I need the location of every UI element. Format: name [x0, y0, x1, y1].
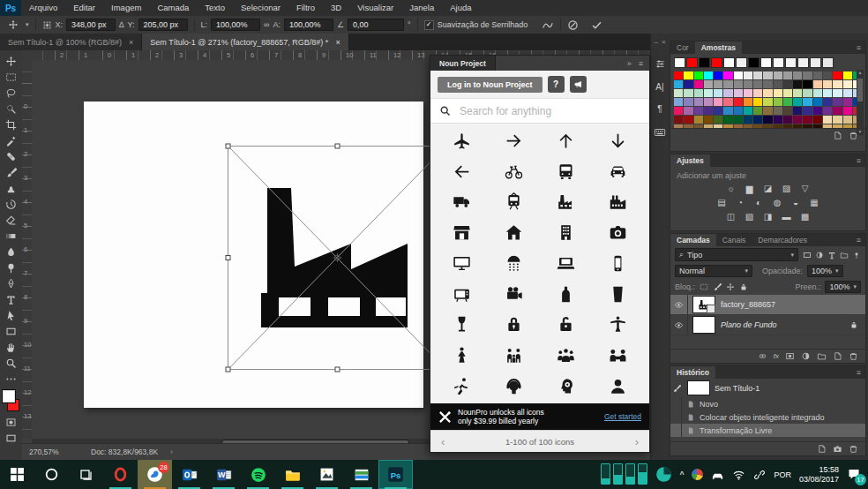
color-swatch[interactable]	[793, 98, 802, 106]
color-swatch[interactable]	[823, 80, 832, 88]
color-swatch[interactable]	[674, 98, 683, 106]
color-swatch[interactable]	[674, 71, 683, 79]
current-tool-icon[interactable]	[4, 17, 22, 33]
color-swatch[interactable]	[674, 124, 683, 128]
antialias-checkbox[interactable]: ✓	[424, 20, 434, 30]
noun-icon-unlock[interactable]	[540, 310, 592, 340]
tab-camadas[interactable]: Camadas	[670, 234, 716, 246]
noun-icon-arrow-left[interactable]	[436, 156, 488, 186]
color-swatch[interactable]	[803, 107, 812, 115]
color-swatch[interactable]	[823, 98, 832, 106]
link-layers-button[interactable]	[758, 351, 767, 361]
taskbar-start[interactable]	[0, 460, 34, 489]
color-swatch[interactable]	[684, 89, 692, 97]
taskbar-photos[interactable]	[310, 460, 344, 489]
tool-eraser[interactable]	[2, 212, 20, 228]
recent-swatch[interactable]	[785, 57, 797, 68]
tool-zoom-tool[interactable]	[2, 355, 20, 371]
color-swatch[interactable]	[783, 80, 792, 88]
color-swatch[interactable]	[734, 124, 743, 128]
color-swatch[interactable]	[684, 80, 692, 88]
layer-filter-select[interactable]: ⌕ Tipo ▾	[675, 248, 798, 261]
tray-expand-icon[interactable]: ^	[680, 470, 685, 480]
color-swatch[interactable]	[763, 107, 772, 115]
tool-marquee[interactable]	[2, 69, 20, 85]
help-button[interactable]: ?	[548, 76, 565, 93]
color-swatch[interactable]	[704, 107, 713, 115]
tool-dodge[interactable]	[2, 260, 20, 275]
color-swatch[interactable]	[734, 71, 743, 79]
adjustment-invert-icon[interactable]: ◫	[724, 211, 738, 222]
color-swatch[interactable]	[793, 124, 802, 128]
noun-icon-tram[interactable]	[488, 187, 540, 217]
color-swatch[interactable]	[723, 71, 732, 79]
noun-icon-laptop[interactable]	[540, 248, 592, 278]
tool-blur[interactable]	[2, 244, 20, 260]
noun-icon-truck[interactable]	[436, 187, 488, 217]
tool-crop[interactable]	[2, 117, 20, 132]
noun-icon-monitor[interactable]	[436, 248, 488, 278]
tray-car-icon[interactable]	[711, 468, 724, 481]
color-swatch[interactable]	[774, 107, 782, 115]
fill-input[interactable]: 100%▾	[825, 281, 861, 293]
foreground-color-swatch[interactable]	[3, 390, 15, 402]
recent-swatch[interactable]	[760, 57, 772, 68]
color-swatch[interactable]	[833, 107, 842, 115]
color-swatch[interactable]	[753, 116, 762, 124]
layer-visibility-toggle[interactable]	[670, 295, 688, 314]
color-swatch[interactable]	[833, 124, 842, 128]
color-swatch[interactable]	[823, 89, 832, 97]
taskbar-pictures[interactable]	[344, 460, 378, 489]
noun-icon-smartphone[interactable]	[592, 248, 644, 278]
color-swatch[interactable]	[763, 71, 772, 79]
noun-icon-headphones[interactable]	[488, 372, 540, 402]
noun-icon-factory[interactable]	[540, 187, 592, 217]
color-swatch[interactable]	[744, 71, 752, 79]
tool-type[interactable]	[2, 291, 20, 307]
color-swatch[interactable]	[714, 107, 722, 115]
color-swatch[interactable]	[723, 124, 732, 128]
color-swatch[interactable]	[813, 107, 822, 115]
menu-texto[interactable]: Texto	[197, 0, 233, 16]
noun-icon-camera[interactable]	[592, 218, 644, 248]
noun-icon-dancer[interactable]	[436, 341, 488, 371]
tab-ajustes[interactable]: Ajustes	[670, 154, 710, 167]
color-swatch[interactable]	[734, 89, 743, 97]
color-swatch[interactable]	[803, 89, 812, 97]
noun-panel-tab[interactable]: Noun Project	[430, 56, 496, 71]
color-swatch[interactable]	[813, 124, 822, 128]
add-mask-button[interactable]	[785, 351, 795, 361]
noun-icon-bottle[interactable]	[540, 279, 592, 309]
color-swatch[interactable]	[714, 80, 722, 88]
commit-transform-icon[interactable]	[591, 19, 602, 31]
color-swatch[interactable]	[774, 89, 782, 97]
menu-camada[interactable]: Camada	[149, 0, 197, 16]
tab-demarcadores[interactable]: Demarcadores	[752, 234, 813, 246]
tab-historico[interactable]: Histórico	[670, 366, 715, 379]
color-swatch[interactable]	[744, 80, 752, 88]
color-swatch[interactable]	[714, 98, 722, 106]
new-document-from-state-button[interactable]	[817, 444, 827, 454]
tool-quick-select[interactable]	[2, 101, 20, 117]
taskbar-explorer[interactable]	[275, 460, 310, 489]
adjustment-threshold-icon[interactable]: ◨	[761, 211, 775, 222]
color-swatch[interactable]	[774, 80, 782, 88]
adjustment-exposure-icon[interactable]: ▨	[780, 183, 794, 194]
color-swatch[interactable]	[744, 116, 752, 124]
color-swatch[interactable]	[753, 124, 762, 128]
history-source-checkbox[interactable]	[670, 397, 682, 410]
color-swatch[interactable]	[723, 116, 732, 124]
swatch-scrollbar[interactable]: ▲▼	[857, 70, 864, 135]
noun-icon-car[interactable]	[592, 156, 644, 186]
color-swatch[interactable]	[684, 116, 692, 124]
color-swatch[interactable]	[734, 98, 743, 106]
color-swatch[interactable]	[833, 98, 842, 106]
color-swatch[interactable]	[793, 89, 802, 97]
menu-filtro[interactable]: Filtro	[288, 0, 323, 16]
panel-menu-icon[interactable]: ≡	[639, 59, 643, 68]
noun-icon-arrow-right[interactable]	[488, 125, 540, 155]
y-input[interactable]: 205,00 px	[138, 19, 188, 31]
color-swatch[interactable]	[763, 124, 772, 128]
color-swatch[interactable]	[774, 124, 782, 128]
layer-filter-icons[interactable]	[803, 251, 861, 260]
